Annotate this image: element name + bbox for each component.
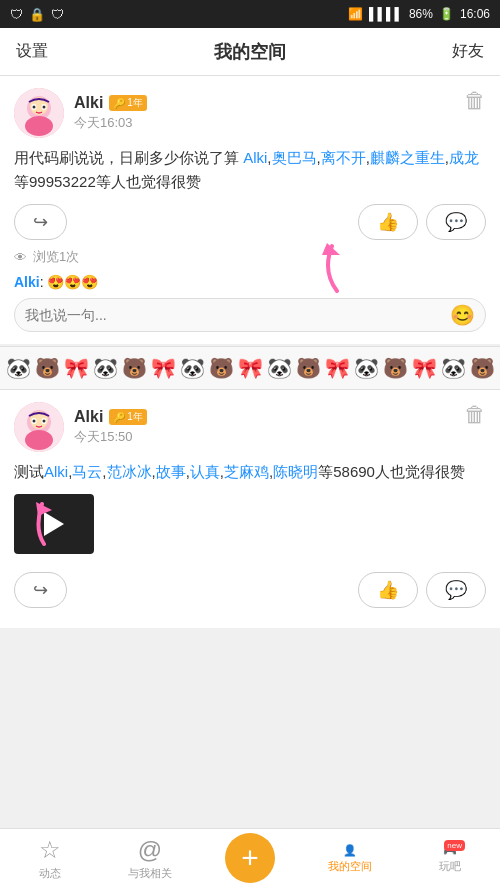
action-left-2: ↪ [14,572,67,608]
icon1: 🛡 [10,7,23,22]
svg-point-11 [25,430,53,450]
mentions-label: 与我相关 [128,866,172,881]
mention-成龙[interactable]: 成龙 [449,149,479,166]
nav-left-btn[interactable]: 设置 [16,41,48,62]
post-text-2: 测试Alki,马云,范冰冰,故事,认真,芝麻鸡,陈晓明等58690人也觉得很赞 [14,460,486,484]
tab-game[interactable]: 🎮 new 玩吧 [400,844,500,874]
main-content: Alki 🔑 1年 今天16:03 🗑 用代码刷说说，日刷多少你说了算 Alki… [0,76,500,828]
level-badge-2: 🔑 1年 [109,409,147,425]
mention-fanb[interactable]: 范冰冰 [107,463,152,480]
wifi-icon: 📶 [348,7,363,21]
mentions-icon: @ [138,836,162,864]
avatar-2 [14,402,64,452]
post-header-2: Alki 🔑 1年 今天15:50 🗑 [14,402,486,452]
nav-bar: 设置 我的空间 好友 [0,28,500,76]
svg-point-2 [25,116,53,136]
mention-chen[interactable]: 陈晓明 [273,463,318,480]
like-btn-2[interactable]: 👍 [358,572,418,608]
mention-mayun[interactable]: 马云 [72,463,102,480]
action-row-1: ↪ 👍 💬 [14,204,486,240]
comment-input-row-1: 😊 [14,298,486,332]
mention-alki[interactable]: Alki [243,149,267,166]
like-btn-1[interactable]: 👍 [358,204,418,240]
svg-point-15 [33,420,36,423]
user-info-1: Alki 🔑 1年 今天16:03 [74,94,147,132]
share-btn-1[interactable]: ↪ [14,204,67,240]
signal-icon: ▌▌▌▌ [369,7,403,21]
myspace-icon: 👤 [343,844,357,856]
level-text-1: 1年 [127,96,143,110]
action-row-2: ↪ 👍 💬 [14,572,486,608]
plus-btn[interactable]: + [225,833,275,883]
eye-icon: 👁 [14,250,27,265]
tab-plus[interactable]: + [200,833,300,885]
timestamp-2: 今天15:50 [74,428,147,446]
status-right-info: 📶 ▌▌▌▌ 86% 🔋 16:06 [348,7,490,21]
mention-离不开[interactable]: 离不开 [321,149,366,166]
commenter-name-1[interactable]: Alki [14,274,40,290]
user-info-2: Alki 🔑 1年 今天15:50 [74,408,147,446]
level-badge-1: 🔑 1年 [109,95,147,111]
icon3: 🛡 [51,7,64,22]
post-header-1: Alki 🔑 1年 今天16:03 🗑 [14,88,486,138]
action-right-1: 👍 💬 [358,204,486,240]
delete-post-1-btn[interactable]: 🗑 [464,88,486,114]
status-icons: 🛡 🔒 🛡 [10,7,64,22]
user-name-2: Alki [74,408,103,426]
annotation-arrow-1 [302,241,352,305]
delete-post-2-btn[interactable]: 🗑 [464,402,486,428]
nav-title: 我的空间 [214,40,286,64]
mention-麒麟[interactable]: 麒麟之重生 [370,149,445,166]
post-card-1: Alki 🔑 1年 今天16:03 🗑 用代码刷说说，日刷多少你说了算 Alki… [0,76,500,344]
comment-row-1: Alki: 😍😍😍 [14,274,486,290]
post-header-left-2: Alki 🔑 1年 今天15:50 [14,402,147,452]
time-display: 16:06 [460,7,490,21]
mention-obama[interactable]: 奥巴马 [272,149,317,166]
mention-serious[interactable]: 认真 [190,463,220,480]
share-btn-2[interactable]: ↪ [14,572,67,608]
comment-btn-1[interactable]: 💬 [426,204,486,240]
svg-marker-17 [36,502,52,516]
post-card-2: Alki 🔑 1年 今天15:50 🗑 测试Alki,马云,范冰冰,故事,认真,… [0,390,500,628]
mention-story[interactable]: 故事 [156,463,186,480]
comment-input-1[interactable] [25,307,450,323]
post-text-1: 用代码刷说说，日刷多少你说了算 Alki,奥巴马,离不开,麒麟之重生,成龙等99… [14,146,486,194]
avatar-1 [14,88,64,138]
svg-point-7 [43,106,46,109]
status-bar: 🛡 🔒 🛡 📶 ▌▌▌▌ 86% 🔋 16:06 [0,0,500,28]
video-thumb-2[interactable] [14,494,94,554]
trends-label: 动态 [39,866,61,881]
myspace-icon-wrap: 👤 [343,844,357,857]
timestamp-1: 今天16:03 [74,114,147,132]
trends-icon: ☆ [39,836,61,864]
tab-trends[interactable]: ☆ 动态 [0,836,100,881]
tab-mentions[interactable]: @ 与我相关 [100,836,200,881]
video-container-2 [14,494,94,562]
user-name-1: Alki [74,94,103,112]
user-name-row-1: Alki 🔑 1年 [74,94,147,112]
views-row-1: 👁 浏览1次 [14,248,486,266]
game-label: 玩吧 [439,859,461,874]
new-badge: new [444,840,465,851]
action-right-2: 👍 💬 [358,572,486,608]
user-name-row-2: Alki 🔑 1年 [74,408,147,426]
mention-sesame[interactable]: 芝麻鸡 [224,463,269,480]
nav-right-btn[interactable]: 好友 [452,41,484,62]
comment-btn-2[interactable]: 💬 [426,572,486,608]
tab-myspace[interactable]: 👤 我的空间 [300,844,400,874]
game-icon-wrap: 🎮 new [443,844,457,857]
myspace-label: 我的空间 [328,859,372,874]
battery-text: 86% [409,7,433,21]
emoji-btn-1[interactable]: 😊 [450,303,475,327]
views-count-1: 浏览1次 [33,248,79,266]
emoji-divider: 🐼🐻🎀 🐼🐻🎀 🐼🐻🎀 🐼🐻🎀 🐼🐻🎀 🐼🐻🎀 🐼🐻🎀 🐼 [0,346,500,390]
icon2: 🔒 [29,7,45,22]
svg-point-6 [33,106,36,109]
post-header-left-1: Alki 🔑 1年 今天16:03 [14,88,147,138]
level-text-2: 1年 [127,410,143,424]
mention-alki-2[interactable]: Alki [44,463,68,480]
svg-point-16 [43,420,46,423]
action-left-1: ↪ [14,204,67,240]
tab-bar: ☆ 动态 @ 与我相关 + 👤 我的空间 🎮 new 玩吧 [0,828,500,888]
battery-icon: 🔋 [439,7,454,21]
